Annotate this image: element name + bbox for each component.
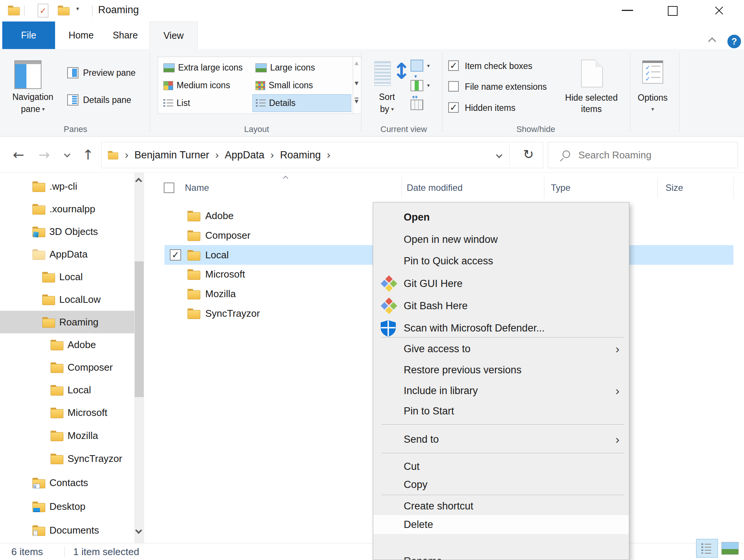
menu-item-restore-previous-versions[interactable]: Restore previous versions — [374, 360, 629, 380]
menu-item-cut[interactable]: Cut — [374, 457, 629, 476]
hide-selected-items-button-line2[interactable]: items — [555, 104, 628, 114]
select-all-checkbox[interactable] — [164, 183, 174, 193]
layout-details-selected[interactable]: Details — [252, 94, 351, 112]
sidebar-item-locallow[interactable]: LocalLow — [0, 288, 134, 311]
column-header-date-modified[interactable]: Date modified — [407, 178, 463, 198]
close-button[interactable] — [714, 5, 724, 16]
preview-pane-button[interactable]: Preview pane — [83, 67, 135, 78]
tab-home[interactable]: Home — [58, 21, 104, 49]
menu-item-rename[interactable]: Rename — [374, 551, 629, 560]
breadcrumb-chevron-icon[interactable]: › — [327, 149, 330, 161]
sidebar-item-local[interactable]: Local — [0, 265, 134, 288]
options-button-caret[interactable]: ▾ — [636, 104, 670, 114]
maximize-button[interactable] — [668, 6, 678, 16]
menu-item-open-in-new-window[interactable]: Open in new window — [374, 230, 629, 249]
add-columns-dropdown-icon[interactable]: ▾ — [427, 82, 430, 88]
help-icon[interactable]: ? — [727, 35, 741, 48]
gallery-scroll-up-icon[interactable]: ▲ — [355, 60, 358, 66]
layout-large-icons[interactable]: Large icons — [252, 59, 351, 77]
menu-item-delete-hovered[interactable]: Delete — [374, 515, 629, 534]
refresh-icon[interactable]: ↻ — [523, 147, 534, 162]
options-button[interactable]: Options — [636, 93, 670, 103]
sidebar-scrollbar-thumb[interactable] — [135, 261, 144, 397]
menu-item-pin-to-start[interactable]: Pin to Start — [374, 401, 629, 421]
forward-button[interactable]: → — [38, 147, 50, 163]
navigation-pane-button-line2[interactable]: pane ▾ — [5, 104, 61, 114]
sort-ascending-icon[interactable] — [283, 176, 288, 181]
add-columns-icon[interactable] — [410, 80, 423, 91]
layout-list[interactable]: List — [160, 94, 251, 112]
menu-item-give-access-to[interactable]: Give access to › — [374, 339, 629, 359]
address-dropdown-icon[interactable] — [496, 152, 503, 158]
thumbnail-view-toggle[interactable] — [721, 542, 739, 555]
breadcrumb-benjamin-turner[interactable]: Benjamin Turner — [134, 149, 209, 161]
sidebar-item-xournalpp[interactable]: .xournalpp — [0, 198, 134, 220]
menu-item-send-to[interactable]: Send to › — [374, 430, 629, 449]
menu-item-copy[interactable]: Copy — [374, 475, 629, 494]
breadcrumb-chevron-icon[interactable]: › — [215, 149, 218, 161]
tab-file[interactable]: File — [2, 21, 55, 49]
hide-selected-items-button[interactable]: Hide selected — [555, 93, 628, 103]
file-name-extensions-checkbox[interactable] — [448, 81, 459, 92]
menu-item-open[interactable]: Open — [374, 207, 629, 227]
sidebar-item-desktop[interactable]: Desktop — [0, 495, 134, 518]
search-input[interactable] — [578, 147, 729, 163]
column-divider[interactable] — [401, 177, 402, 198]
search-box[interactable] — [548, 142, 738, 168]
menu-item-git-gui-here[interactable]: Git GUI Here — [374, 274, 629, 293]
column-divider[interactable] — [733, 177, 734, 198]
sidebar-item-local-roaming[interactable]: Local — [0, 379, 134, 401]
details-pane-button[interactable]: Details pane — [83, 94, 131, 106]
sidebar-item-roaming-selected[interactable]: Roaming — [0, 311, 134, 333]
layout-extra-large-icons[interactable]: Extra large icons — [160, 59, 251, 77]
tab-view[interactable]: View — [149, 21, 198, 49]
gallery-scroll-down-icon[interactable]: ▼ — [355, 80, 358, 86]
item-check-boxes-label[interactable]: Item check boxes — [465, 60, 532, 72]
item-check-boxes-checkbox[interactable]: ✓ — [448, 60, 459, 71]
breadcrumb-roaming[interactable]: Roaming — [280, 149, 321, 161]
quick-access-newfolder-icon[interactable] — [57, 5, 69, 17]
sidebar-item-wp-cli[interactable]: .wp-cli — [0, 175, 134, 198]
size-all-columns-icon[interactable] — [410, 100, 423, 110]
column-divider[interactable] — [544, 177, 544, 198]
gallery-more-icon[interactable]: ▼ — [355, 98, 358, 104]
column-header-type[interactable]: Type — [551, 178, 570, 198]
hidden-items-checkbox[interactable]: ✓ — [448, 102, 459, 113]
file-name-extensions-label[interactable]: File name extensions — [465, 81, 547, 92]
group-by-dropdown-icon[interactable]: ▾ — [427, 63, 430, 69]
menu-item-pin-to-quick-access[interactable]: Pin to Quick access — [374, 251, 629, 271]
layout-small-icons[interactable]: Small icons — [252, 77, 351, 94]
sidebar-item-mozilla[interactable]: Mozilla — [0, 424, 134, 447]
layout-medium-icons[interactable]: Medium icons — [160, 77, 251, 94]
sort-by-button-line2[interactable]: by ▾ — [369, 104, 405, 114]
column-divider[interactable] — [657, 177, 658, 198]
sidebar-item-composer[interactable]: Composer — [0, 356, 134, 379]
up-button[interactable]: ↑ — [82, 147, 94, 163]
group-by-icon[interactable] — [410, 60, 423, 72]
sidebar-item-microsoft[interactable]: Microsoft — [0, 401, 134, 424]
hidden-items-label[interactable]: Hidden items — [465, 102, 515, 114]
sidebar-item-3d-objects[interactable]: 3D Objects — [0, 220, 134, 243]
sidebar-item-appdata[interactable]: AppData — [0, 243, 134, 265]
details-view-toggle-active[interactable] — [696, 539, 718, 558]
menu-item-create-shortcut[interactable]: Create shortcut — [374, 497, 629, 515]
back-button[interactable]: ← — [13, 147, 24, 163]
column-header-size[interactable]: Size — [666, 178, 683, 198]
breadcrumb-chevron-icon[interactable]: › — [271, 149, 274, 161]
menu-item-scan-with-defender[interactable]: Scan with Microsoft Defender... — [374, 318, 629, 338]
recent-locations-icon[interactable] — [64, 151, 71, 158]
sidebar-item-adobe[interactable]: Adobe — [0, 333, 134, 356]
sidebar-item-synctrayzor[interactable]: SyncTrayzor — [0, 447, 134, 470]
breadcrumb-chevron-icon[interactable]: › — [125, 149, 128, 161]
navigation-pane-button[interactable]: Navigation — [5, 92, 61, 102]
address-bar[interactable]: › Benjamin Turner › AppData › Roaming › … — [101, 142, 543, 168]
tab-share[interactable]: Share — [103, 21, 148, 49]
breadcrumb-appdata[interactable]: AppData — [225, 149, 264, 161]
minimize-button[interactable] — [622, 10, 633, 11]
sidebar-item-documents[interactable]: Documents — [0, 519, 134, 542]
sidebar-item-contacts[interactable]: Contacts — [0, 471, 134, 494]
column-header-name[interactable]: Name — [185, 178, 209, 198]
quick-access-properties-icon[interactable]: ✓ — [38, 4, 48, 17]
quick-access-toolbar-dropdown-icon[interactable]: ▾ — [76, 5, 79, 12]
menu-item-git-bash-here[interactable]: Git Bash Here — [374, 296, 629, 316]
